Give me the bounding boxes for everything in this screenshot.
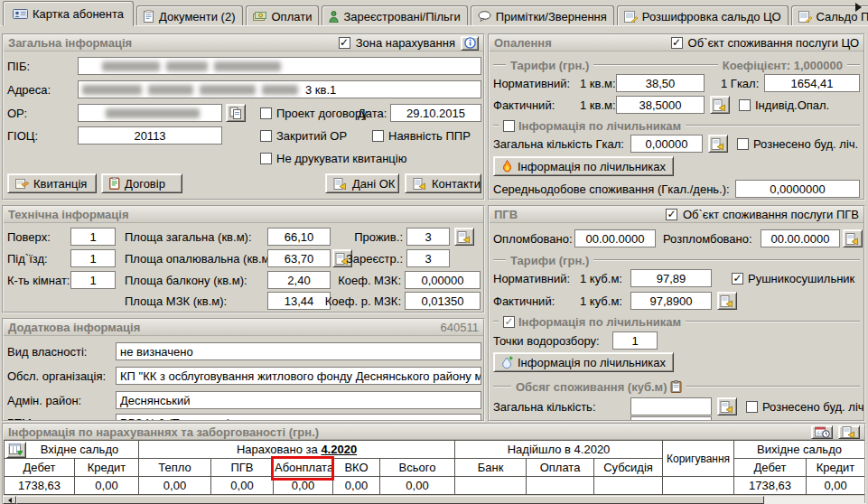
total-gcal-field[interactable]: 0,00000 bbox=[630, 135, 703, 153]
report-button[interactable] bbox=[6, 442, 26, 458]
panel-heating: Опалення Об`єкт споживання послуги ЦО Та… bbox=[488, 33, 865, 201]
koef-mzk-field[interactable]: 0,00000 bbox=[405, 271, 481, 289]
panel-pgv: ПГВ Об`єкт споживання послуги ПГВ Опломб… bbox=[488, 205, 865, 422]
pgv-counters-button[interactable]: Інформація по лічильниках bbox=[493, 352, 674, 372]
koef-r-mzk-field[interactable]: 0,01350 bbox=[405, 292, 481, 310]
receipt-button-label: Квитанція bbox=[33, 177, 87, 191]
scrollbar-thumb[interactable] bbox=[16, 496, 764, 504]
gcal-tariff-field[interactable]: 1654,41 bbox=[764, 74, 860, 92]
entrance-label: Під`їзд: bbox=[7, 249, 48, 267]
rooms-label: К-ть кімнат: bbox=[7, 271, 70, 289]
rtm-field[interactable]: РВЗ №6 (Троєщина) bbox=[116, 414, 481, 422]
edit-value-icon bbox=[333, 178, 348, 190]
org-field[interactable]: КП "КК з осблуговування житлового фонду … bbox=[116, 367, 481, 385]
pgv-counters-checkbox[interactable] bbox=[503, 316, 515, 328]
tariffs-group-label: Тарифи (грн.) bbox=[506, 59, 593, 72]
ownership-field[interactable]: не визначено bbox=[116, 342, 481, 360]
edit-pgv-actual-button[interactable] bbox=[717, 292, 737, 310]
contract-button[interactable]: Договір bbox=[101, 173, 182, 193]
heating-spread-row: Рознесено буд. ліч. bbox=[737, 135, 858, 153]
value-cell bbox=[594, 477, 663, 495]
area-balcony-field[interactable]: 2,40 bbox=[267, 271, 331, 289]
pgv-object-label: Об`єкт споживання послуги ПГВ bbox=[683, 208, 859, 221]
tab-dokumenty[interactable]: Документи (2) bbox=[136, 5, 242, 26]
horizontal-scrollbar[interactable] bbox=[3, 496, 864, 504]
unsealed-field[interactable]: 00.00.0000 bbox=[761, 229, 840, 247]
edit-total-gcal-button[interactable] bbox=[708, 135, 728, 153]
heating-actual-field[interactable]: 38,5000 bbox=[616, 96, 705, 114]
registered-label: Зареєстр.: bbox=[343, 249, 403, 267]
or-field[interactable] bbox=[78, 104, 222, 122]
total-gcal-label: Загальна кількість Гкал: bbox=[493, 135, 624, 153]
water-points-field[interactable]: 1 bbox=[612, 331, 658, 350]
heating-counters-button-label: Інформація по лічильниках bbox=[518, 160, 666, 173]
address-field[interactable]: 3 кв.1 bbox=[78, 80, 481, 98]
heating-normative-label: Нормативний: bbox=[493, 74, 570, 92]
sealed-field[interactable]: 00.00.0000 bbox=[574, 229, 656, 247]
info-button[interactable] bbox=[461, 36, 479, 51]
scroll-left-button[interactable] bbox=[3, 496, 16, 504]
date-label: Дата: bbox=[358, 104, 387, 122]
panel-title: Опалення bbox=[494, 36, 552, 50]
registered-field[interactable]: 3 bbox=[406, 249, 450, 267]
heating-object-checkbox[interactable] bbox=[671, 37, 683, 49]
no-print-checkbox[interactable] bbox=[260, 153, 272, 164]
tab-oplaty[interactable]: Оплати bbox=[246, 5, 320, 26]
receipt-button[interactable]: Квитанція bbox=[7, 173, 97, 193]
correction-sum-field[interactable] bbox=[630, 416, 712, 422]
towel-rail-checkbox[interactable] bbox=[732, 273, 743, 285]
edit-value-icon bbox=[457, 231, 471, 243]
pib-field[interactable] bbox=[78, 57, 481, 75]
counters-group-label: Інформація по лічильникам bbox=[518, 119, 681, 133]
avg-consumption-field[interactable]: 0,0000000 bbox=[735, 180, 860, 198]
edit-volume-total-button[interactable] bbox=[717, 397, 737, 415]
copy-or-button[interactable] bbox=[226, 104, 246, 122]
tab-zareestrovani-pilgy[interactable]: Зареєстровані/Пільги bbox=[322, 5, 467, 26]
ok-data-button[interactable]: Дані ОК bbox=[325, 173, 399, 193]
edit-living-button[interactable] bbox=[454, 228, 474, 246]
date-field[interactable]: 29.10.2015 bbox=[390, 104, 481, 122]
closed-or-checkbox[interactable] bbox=[260, 130, 272, 142]
pgv-spread-row: Рознесено буд. ліч. bbox=[746, 397, 865, 415]
tab-rozshyfrovka-saldo-co[interactable]: Розшифровка сальдо ЦО bbox=[617, 5, 789, 26]
pgv-normative-field[interactable]: 97,89 bbox=[630, 269, 712, 287]
living-field[interactable]: 3 bbox=[406, 228, 450, 246]
pgv-actual-field[interactable]: 97,8900 bbox=[630, 292, 712, 310]
entrance-field[interactable]: 1 bbox=[70, 249, 116, 267]
panel-pgv-header: ПГВ Об`єкт споживання послуги ПГВ bbox=[490, 207, 863, 223]
edit-sealed-button[interactable] bbox=[843, 229, 863, 247]
history-button[interactable] bbox=[811, 425, 833, 439]
indiv-heating-checkbox[interactable] bbox=[739, 99, 751, 111]
area-heating-label: Площа опалювальна (кв.м): bbox=[125, 249, 276, 267]
project-contract-checkbox[interactable] bbox=[260, 107, 272, 119]
volume-total-field[interactable] bbox=[630, 397, 712, 415]
value-cell bbox=[527, 477, 594, 495]
living-label: Прожив.: bbox=[343, 228, 403, 246]
heating-normative-field[interactable]: 38,50 bbox=[616, 74, 705, 92]
district-field[interactable]: Деснянський bbox=[116, 391, 481, 409]
tab-prymitky-zvernennia[interactable]: Примітки/Звернення bbox=[471, 5, 614, 26]
area-total-field[interactable]: 66,10 bbox=[267, 228, 331, 246]
correction-sum-label: Сума коригування (грн.): bbox=[493, 416, 627, 422]
zone-checkbox[interactable] bbox=[339, 37, 350, 49]
panel-additional-info: Додаткова інформація 640511 Вид власност… bbox=[2, 318, 485, 422]
edit-heating-actual-button[interactable] bbox=[710, 96, 730, 114]
boiler-checkbox[interactable] bbox=[746, 420, 758, 423]
area-heating-field[interactable]: 63,70 bbox=[267, 249, 331, 267]
tab-kartka-abonenta[interactable]: Картка абонента bbox=[3, 1, 134, 26]
tab-overflow-indicator[interactable] bbox=[855, 3, 866, 12]
floor-field[interactable]: 1 bbox=[70, 228, 116, 246]
project-contract-label: Проект договору bbox=[276, 107, 368, 120]
ppr-checkbox[interactable] bbox=[372, 130, 384, 142]
rooms-field[interactable]: 1 bbox=[70, 271, 116, 289]
pgv-spread-checkbox[interactable] bbox=[746, 401, 758, 413]
pgv-object-checkbox[interactable] bbox=[666, 209, 677, 220]
edit-balance-button[interactable] bbox=[838, 425, 860, 439]
gioc-field[interactable]: 20113 bbox=[78, 126, 222, 145]
indiv-heating-label: Індивід.Опал. bbox=[755, 98, 829, 112]
heating-counters-checkbox[interactable] bbox=[503, 120, 515, 132]
received-group-cell: Надійшло в 4.2020 bbox=[455, 441, 663, 459]
contacts-button[interactable]: Контакти bbox=[405, 173, 481, 193]
heating-counters-button[interactable]: Інформація по лічильниках bbox=[493, 156, 674, 176]
heating-spread-checkbox[interactable] bbox=[737, 138, 749, 150]
